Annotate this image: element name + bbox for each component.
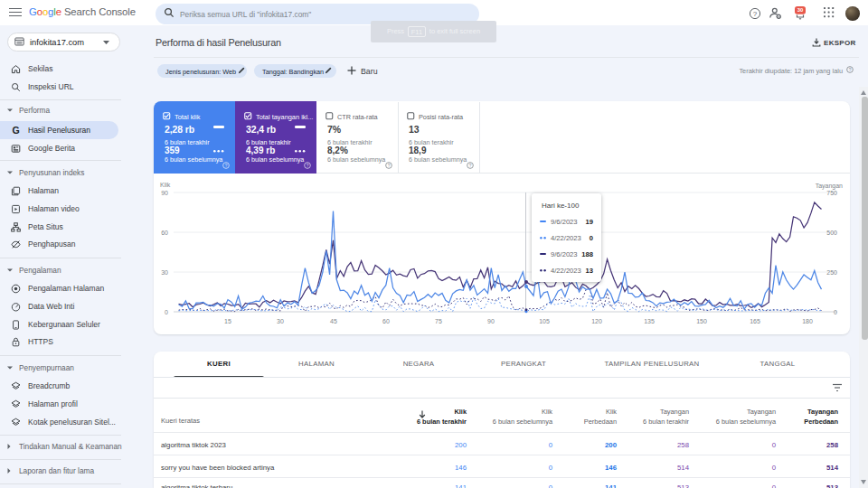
svg-text:15: 15 bbox=[224, 318, 231, 324]
svg-text:45: 45 bbox=[330, 318, 337, 324]
svg-text:?: ? bbox=[307, 164, 309, 168]
svg-text:165: 165 bbox=[750, 318, 760, 324]
svg-text:30: 30 bbox=[161, 269, 168, 276]
svg-text:75: 75 bbox=[435, 318, 442, 324]
svg-text:250: 250 bbox=[826, 269, 837, 276]
svg-text:120: 120 bbox=[591, 318, 602, 324]
svg-text:?: ? bbox=[753, 10, 758, 18]
svg-text:30: 30 bbox=[797, 7, 803, 13]
svg-text:?: ? bbox=[849, 68, 852, 72]
svg-text:90: 90 bbox=[487, 318, 495, 324]
svg-text:G: G bbox=[12, 126, 19, 136]
svg-text:Klik: Klik bbox=[160, 182, 171, 188]
svg-text:?: ? bbox=[469, 164, 472, 168]
svg-text:60: 60 bbox=[161, 230, 168, 236]
svg-text:0: 0 bbox=[834, 309, 837, 315]
svg-text:105: 105 bbox=[539, 318, 550, 324]
svg-text:180: 180 bbox=[802, 318, 813, 324]
svg-text:500: 500 bbox=[826, 230, 837, 236]
svg-text:150: 150 bbox=[696, 318, 707, 324]
svg-text:?: ? bbox=[388, 164, 391, 168]
svg-text:?: ? bbox=[225, 164, 228, 168]
svg-text:135: 135 bbox=[644, 318, 655, 324]
svg-text:90: 90 bbox=[161, 190, 168, 196]
svg-text:30: 30 bbox=[277, 318, 284, 324]
svg-text:0: 0 bbox=[165, 309, 168, 315]
svg-text:750: 750 bbox=[826, 190, 837, 196]
svg-text:60: 60 bbox=[382, 318, 390, 324]
